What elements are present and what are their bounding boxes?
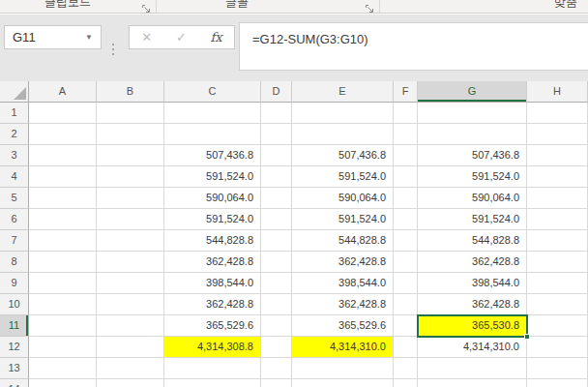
dialog-launcher-icon[interactable] xyxy=(141,1,152,12)
column-header-A[interactable]: A xyxy=(29,81,97,103)
cell-F1[interactable] xyxy=(394,103,418,124)
cell-C14[interactable] xyxy=(164,379,261,387)
row-header-3[interactable]: 3 xyxy=(0,145,29,166)
cell-H7[interactable] xyxy=(527,230,588,252)
cell-F12[interactable] xyxy=(394,337,418,358)
row-header-10[interactable]: 10 xyxy=(0,294,29,315)
cell-A5[interactable] xyxy=(29,188,97,209)
cell-G3[interactable]: 507,436.8 xyxy=(418,145,527,166)
select-all-button[interactable] xyxy=(0,81,29,103)
cell-G10[interactable]: 362,428.8 xyxy=(418,294,527,315)
cell-D3[interactable] xyxy=(261,145,292,166)
cell-F4[interactable] xyxy=(394,166,418,188)
cell-E11[interactable]: 365,529.6 xyxy=(292,315,394,337)
cell-G7[interactable]: 544,828.8 xyxy=(418,230,527,252)
cell-D11[interactable] xyxy=(261,315,292,337)
cell-E10[interactable]: 362,428.8 xyxy=(292,294,394,315)
cell-B13[interactable] xyxy=(97,358,164,379)
cell-B4[interactable] xyxy=(97,166,164,188)
cell-G6[interactable]: 591,524.0 xyxy=(418,209,527,230)
cell-F5[interactable] xyxy=(394,188,418,209)
column-header-H[interactable]: H xyxy=(527,81,588,103)
row-header-9[interactable]: 9 xyxy=(0,273,29,294)
cell-F8[interactable] xyxy=(394,252,418,273)
cell-B2[interactable] xyxy=(97,124,164,145)
cell-A9[interactable] xyxy=(29,273,97,294)
cell-B1[interactable] xyxy=(97,103,164,124)
cell-E13[interactable] xyxy=(292,358,394,379)
cell-C4[interactable]: 591,524.0 xyxy=(164,166,261,188)
cell-A8[interactable] xyxy=(29,252,97,273)
cell-H1[interactable] xyxy=(527,103,588,124)
cell-H4[interactable] xyxy=(527,166,588,188)
cell-E4[interactable]: 591,524.0 xyxy=(292,166,394,188)
cell-A10[interactable] xyxy=(29,294,97,315)
formula-bar-drag-handle[interactable] xyxy=(112,41,114,58)
cell-H9[interactable] xyxy=(527,273,588,294)
column-header-F[interactable]: F xyxy=(394,81,418,103)
formula-input[interactable]: =G12-SUM(G3:G10) xyxy=(239,22,588,71)
cell-C8[interactable]: 362,428.8 xyxy=(164,252,261,273)
cell-G5[interactable]: 590,064.0 xyxy=(418,188,527,209)
cell-A1[interactable] xyxy=(29,103,97,124)
cell-D14[interactable] xyxy=(261,379,292,387)
cell-A7[interactable] xyxy=(29,230,97,252)
cell-G8[interactable]: 362,428.8 xyxy=(418,252,527,273)
cell-A6[interactable] xyxy=(29,209,97,230)
cell-D1[interactable] xyxy=(261,103,292,124)
cell-D8[interactable] xyxy=(261,252,292,273)
column-header-C[interactable]: C xyxy=(164,81,261,103)
cell-D9[interactable] xyxy=(261,273,292,294)
cell-D6[interactable] xyxy=(261,209,292,230)
cell-A12[interactable] xyxy=(29,337,97,358)
cell-G4[interactable]: 591,524.0 xyxy=(418,166,527,188)
cell-F2[interactable] xyxy=(394,124,418,145)
cell-G11[interactable]: 365,530.8 xyxy=(418,315,527,337)
row-header-8[interactable]: 8 xyxy=(0,252,29,273)
cell-H12[interactable] xyxy=(527,337,588,358)
cell-D10[interactable] xyxy=(261,294,292,315)
cell-F13[interactable] xyxy=(394,358,418,379)
cell-B5[interactable] xyxy=(97,188,164,209)
cell-G13[interactable] xyxy=(418,358,527,379)
cell-A11[interactable] xyxy=(29,315,97,337)
dialog-launcher-icon[interactable] xyxy=(365,1,375,12)
cell-C1[interactable] xyxy=(164,103,261,124)
insert-function-icon[interactable]: fx xyxy=(210,31,221,44)
cell-C2[interactable] xyxy=(164,124,261,145)
row-header-14[interactable]: 14 xyxy=(0,379,29,387)
row-header-2[interactable]: 2 xyxy=(0,124,29,145)
cell-H13[interactable] xyxy=(527,358,588,379)
cell-E9[interactable]: 398,544.0 xyxy=(292,273,394,294)
cell-D2[interactable] xyxy=(261,124,292,145)
cell-E12[interactable]: 4,314,310.0 xyxy=(292,337,394,358)
cell-B11[interactable] xyxy=(97,315,164,337)
cell-E7[interactable]: 544,828.8 xyxy=(292,230,394,252)
cell-D13[interactable] xyxy=(261,358,292,379)
cell-F3[interactable] xyxy=(394,145,418,166)
cell-D7[interactable] xyxy=(261,230,292,252)
cell-H8[interactable] xyxy=(527,252,588,273)
cell-C10[interactable]: 362,428.8 xyxy=(164,294,261,315)
cell-B9[interactable] xyxy=(97,273,164,294)
cell-D4[interactable] xyxy=(261,166,292,188)
cell-B7[interactable] xyxy=(97,230,164,252)
cell-A13[interactable] xyxy=(29,358,97,379)
cell-H11[interactable] xyxy=(527,315,588,337)
cell-E1[interactable] xyxy=(292,103,394,124)
cell-E6[interactable]: 591,524.0 xyxy=(292,209,394,230)
cell-H2[interactable] xyxy=(527,124,588,145)
cell-F10[interactable] xyxy=(394,294,418,315)
cell-H10[interactable] xyxy=(527,294,588,315)
name-box[interactable]: G11 ▼ xyxy=(4,25,102,49)
column-header-G[interactable]: G xyxy=(418,81,527,103)
cell-E8[interactable]: 362,428.8 xyxy=(292,252,394,273)
cell-C12[interactable]: 4,314,308.8 xyxy=(164,337,261,358)
enter-icon[interactable]: ✓ xyxy=(176,31,187,44)
cell-B6[interactable] xyxy=(97,209,164,230)
cell-B8[interactable] xyxy=(97,252,164,273)
cell-G1[interactable] xyxy=(418,103,527,124)
row-header-4[interactable]: 4 xyxy=(0,166,29,188)
row-header-7[interactable]: 7 xyxy=(0,230,29,252)
cell-C11[interactable]: 365,529.6 xyxy=(164,315,261,337)
